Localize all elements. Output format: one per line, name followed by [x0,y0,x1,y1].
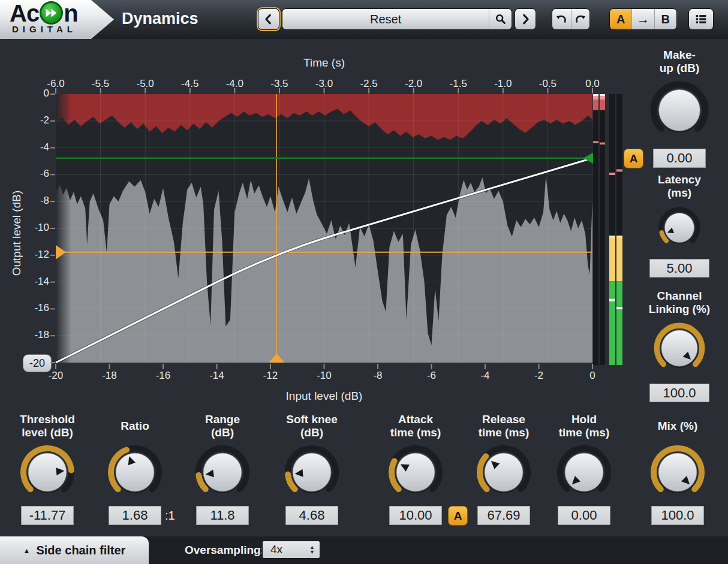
chevron-right-icon [519,13,532,26]
level-meter-yellow [609,236,615,281]
mix-unit: Mix (%) 100.0 [630,412,726,525]
dynamics-graph[interactable] [50,87,627,372]
release-automation-button[interactable]: A [448,506,468,526]
preset-prev-button[interactable] [258,8,279,30]
ab-b-button[interactable]: B [654,9,676,29]
threshold-knob[interactable] [16,441,79,503]
logo-play-icon [40,1,63,25]
ab-copy-button[interactable]: → [631,9,654,29]
latency-label: Latency (ms) [658,173,701,200]
input-tick-label: -12 [263,370,278,382]
oversampling-label: Oversampling: [185,536,264,564]
channel-linking-label: Channel Linking (%) [649,289,710,316]
menu-button[interactable] [688,8,714,30]
level-meter-green [616,281,622,365]
output-tick-label: -10 [22,222,49,234]
output-axis-title: Output level (dB) [10,143,23,323]
range-label: Range (dB) [205,412,240,440]
input-tick-label: -16 [156,370,171,382]
soft-knee-unit: Soft knee (dB) 4.68 [264,412,360,525]
makeup-knob[interactable] [646,77,713,144]
input-tick-label: -18 [102,370,117,382]
ratio-unit: Ratio 1.68 :1 [87,412,183,525]
preset-search-button[interactable] [489,9,512,29]
hold-unit: Hold time (ms) 0.00 [536,412,632,525]
makeup-value[interactable]: 0.00 [653,149,706,168]
release-value[interactable]: 67.69 [477,506,530,525]
ratio-knob[interactable] [104,441,166,503]
release-knob[interactable] [473,441,535,503]
ratio-value[interactable]: 1.68 [109,506,161,525]
release-label: Release time (ms) [479,412,529,440]
preset-next-button[interactable] [515,8,536,30]
preset-name-button[interactable]: Reset [282,9,489,29]
threshold-value[interactable]: -11.77 [21,506,74,525]
input-axis-title: Input level (dB) [56,390,592,403]
oversampling-value: 4x [270,543,309,556]
output-tick-label: -6 [22,168,49,180]
input-tick-label: -2 [534,370,543,382]
hold-label: Hold time (ms) [559,412,609,440]
hold-knob[interactable] [553,441,615,503]
mix-label: Mix (%) [658,412,698,440]
logo-sub-text: DIGITAL [12,24,77,34]
ratio-label: Ratio [121,412,149,440]
attack-knob[interactable] [384,441,447,503]
side-chain-filter-label: Side chain filter [36,544,125,557]
output-axis-badge: -20 [23,354,52,372]
soft-knee-value[interactable]: 4.68 [285,506,338,525]
level-meter-yellow [616,236,622,281]
ratio-suffix: :1 [165,509,175,523]
channel-linking-unit: Channel Linking (%) 100.0 [631,289,727,402]
logo-brand-text: Acn [10,0,78,26]
range-value[interactable]: 11.8 [196,506,249,525]
input-tick-label: -20 [49,370,64,382]
output-tick-label: -8 [22,195,49,207]
output-tick-label: -12 [22,249,49,261]
attack-value[interactable]: 10.00 [389,506,442,525]
undo-button[interactable] [552,9,571,29]
undo-icon [555,13,568,26]
latency-unit: Latency (ms) 5.00 [631,173,727,278]
menu-list-icon [694,13,708,26]
oversampling-dropdown[interactable]: 4x ▲▼ [262,541,320,559]
latency-value[interactable]: 5.00 [649,259,709,278]
output-tick-label: 0 [22,88,49,99]
plugin-title: Dynamics [122,0,198,39]
level-peak-hold [616,169,622,171]
mix-value[interactable]: 100.0 [651,506,704,525]
makeup-unit: Make- up (dB) A 0.00 [631,48,727,168]
spinner-arrows-icon: ▲▼ [309,545,315,554]
mix-knob[interactable] [646,441,709,503]
chevron-left-icon [262,13,275,26]
redo-icon [574,13,586,26]
threshold-unit: Threshold level (dB) -11.77 [0,412,95,525]
soft-knee-knob[interactable] [281,441,343,503]
redo-button[interactable] [571,9,590,29]
input-tick-label: -4 [480,370,489,382]
side-chain-filter-button[interactable]: ▲ Side chain filter [0,536,149,564]
input-tick-label: -6 [427,370,436,382]
makeup-label: Make- up (dB) [660,48,699,76]
output-tick-label: -16 [22,302,49,314]
undo-redo-group [552,8,590,30]
search-icon [494,13,507,26]
threshold-label: Threshold level (dB) [20,412,75,440]
ab-a-button[interactable]: A [610,9,631,29]
latency-knob[interactable] [655,204,703,252]
time-axis-title: Time (s) [56,56,592,70]
input-tick-label: -8 [373,370,382,382]
channel-linking-knob[interactable] [650,319,709,378]
level-peak-hold [609,173,615,175]
acon-digital-logo: Acn DIGITAL [0,0,114,39]
attack-label: Attack time (ms) [390,412,441,440]
range-unit: Range (dB) 11.8 [175,412,270,525]
makeup-automation-button[interactable]: A [624,149,643,168]
range-knob[interactable] [191,441,254,503]
input-tick-label: 0 [589,370,595,382]
top-bar: Acn DIGITAL Dynamics Reset A → [0,0,728,39]
output-tick-label: -18 [22,329,49,341]
hold-value[interactable]: 0.00 [558,506,610,525]
soft-knee-label: Soft knee (dB) [286,412,338,440]
channel-linking-value[interactable]: 100.0 [649,384,709,402]
